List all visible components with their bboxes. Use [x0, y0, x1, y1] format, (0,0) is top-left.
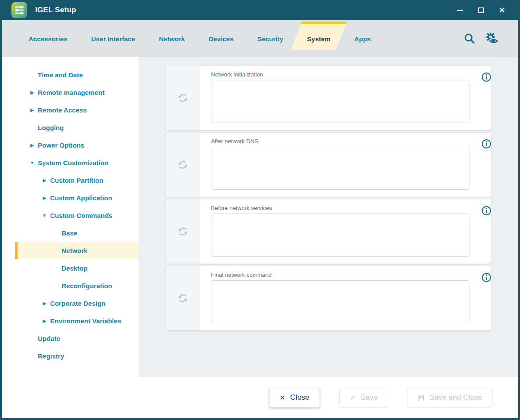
check-icon: ✓ [350, 394, 356, 402]
sidebar-item[interactable]: Time and Date [2, 66, 138, 83]
sidebar-item-label: Power Options [38, 141, 84, 149]
sidebar-item[interactable]: ▶ Custom Application [2, 189, 138, 206]
sidebar-item-label: Base [62, 229, 77, 237]
tree-arrow-icon: ▶ [39, 301, 50, 306]
sidebar-item-label: Time and Date [38, 71, 83, 79]
title-bar: IGEL Setup ✕ [2, 0, 518, 20]
tab-bar: Accessories User Interface Network Devic… [2, 20, 518, 57]
command-textarea[interactable] [211, 80, 469, 123]
field-label: Before network services [211, 205, 469, 211]
tab-label: Network [159, 35, 185, 43]
sidebar-item[interactable]: ▶ Custom Partition [2, 171, 138, 189]
sidebar-item-label: Update [38, 335, 60, 342]
card-field-area: Before network services [200, 199, 475, 264]
info-icon[interactable] [481, 139, 491, 149]
tree-arrow-icon: ▶ [39, 196, 50, 200]
sidebar-item[interactable]: Registry [2, 347, 138, 365]
command-textarea[interactable] [211, 214, 469, 257]
tab[interactable]: Accessories [17, 20, 79, 57]
reset-refresh-icon[interactable] [176, 158, 189, 171]
tree-arrow-icon: ▶ [26, 90, 38, 95]
tree-arrow-icon: ▶ [39, 319, 50, 323]
sidebar-item-label: Network [62, 247, 87, 254]
sidebar-item[interactable]: ▶ Corporate Design [2, 294, 138, 312]
card-info-column [475, 199, 491, 264]
search-icon[interactable] [462, 31, 477, 46]
card-info-column [475, 66, 491, 130]
info-icon[interactable] [481, 72, 491, 82]
save-and-close-button: Save and Close [407, 388, 493, 408]
sidebar-item-label: Custom Application [50, 194, 112, 202]
tree-arrow-icon: ▶ [26, 108, 38, 112]
sidebar-item-label: Remote management [38, 89, 105, 96]
gear-eye-icon[interactable] [484, 31, 499, 46]
reset-refresh-icon[interactable] [176, 225, 189, 238]
sidebar-item-label: Reconfiguration [62, 282, 112, 290]
info-icon[interactable] [481, 272, 491, 282]
tab[interactable]: Network [147, 20, 196, 57]
field-label: Network initialization [211, 71, 469, 78]
window-controls: ✕ [457, 6, 511, 14]
close-window-button[interactable]: ✕ [499, 6, 505, 14]
sidebar-item[interactable]: ▼ System Customization [2, 154, 138, 171]
tree-arrow-icon: ▼ [26, 160, 38, 165]
field-label: After network DNS [211, 138, 469, 145]
field-label: Final network command [211, 272, 469, 278]
command-section-card: After network DNS [166, 133, 491, 197]
card-field-area: Network initialization [200, 66, 475, 130]
sidebar-item[interactable]: ▶ Power Options [2, 136, 138, 154]
info-icon[interactable] [481, 206, 491, 216]
tab-label: Accessories [29, 35, 67, 43]
tab-label: Security [257, 35, 283, 43]
tree-arrow-icon: ▶ [26, 143, 38, 148]
igel-setup-window: IGEL Setup ✕ Accessories User Interface … [0, 0, 520, 420]
sidebar-item[interactable]: ▶ Environment Variables [2, 312, 138, 329]
sidebar-item-label: Remote Access [38, 106, 87, 114]
sidebar-tree: Time and Date ▶ Remote management ▶ Remo… [2, 57, 138, 377]
main-row: Time and Date ▶ Remote management ▶ Remo… [2, 57, 518, 377]
sidebar-item[interactable]: Logging [2, 119, 138, 136]
card-info-column [475, 133, 491, 197]
tab-label: System [307, 35, 331, 43]
tab[interactable]: Security [245, 20, 295, 57]
sidebar-item[interactable]: ▶ Remote Access [2, 101, 138, 119]
window-title: IGEL Setup [35, 6, 76, 14]
tree-arrow-icon: ▶ [39, 178, 50, 183]
content-area: Network initialization [138, 57, 518, 377]
app-logo-icon [11, 2, 27, 18]
sidebar-item-label: Registry [38, 352, 64, 360]
sidebar-item-label: Environment Variables [50, 317, 121, 325]
reset-refresh-icon[interactable] [176, 91, 189, 105]
sidebar-item[interactable]: ▼ Custom Commands [2, 206, 138, 224]
card-left-strip [166, 133, 200, 197]
tab[interactable]: Apps [342, 20, 383, 57]
sidebar-item-label: System Customization [38, 159, 109, 167]
command-textarea[interactable] [211, 280, 469, 323]
close-button-label: Close [290, 393, 309, 402]
card-field-area: Final network command [200, 266, 475, 330]
close-button[interactable]: ✕ Close [269, 388, 320, 408]
command-section-card: Final network command [166, 266, 491, 330]
card-left-strip [166, 199, 200, 264]
tab[interactable]: Devices [197, 20, 246, 57]
minimize-button[interactable] [457, 6, 463, 14]
sidebar-item[interactable]: ▶ Remote management [2, 83, 138, 101]
tabbar-icons [462, 31, 499, 46]
maximize-button[interactable] [478, 6, 484, 14]
floppy-save-icon [418, 395, 425, 401]
card-left-strip [166, 66, 200, 130]
footer-button-bar: ✕ Close ✓ Save Save and Close [2, 377, 518, 418]
command-textarea[interactable] [211, 147, 469, 190]
sidebar-item[interactable]: Network [2, 242, 138, 259]
tab[interactable]: System [295, 20, 342, 57]
tab-label: Devices [209, 35, 234, 43]
card-left-strip [166, 266, 200, 330]
tree-arrow-icon: ▼ [39, 213, 50, 218]
sidebar-item[interactable]: Update [2, 329, 138, 347]
tab[interactable]: User Interface [79, 20, 147, 57]
sidebar-item-label: Logging [38, 124, 64, 131]
sidebar-item[interactable]: Base [2, 224, 138, 242]
sidebar-item[interactable]: Reconfiguration [2, 277, 138, 294]
sidebar-item[interactable]: Desktop [2, 259, 138, 277]
reset-refresh-icon[interactable] [176, 292, 189, 305]
